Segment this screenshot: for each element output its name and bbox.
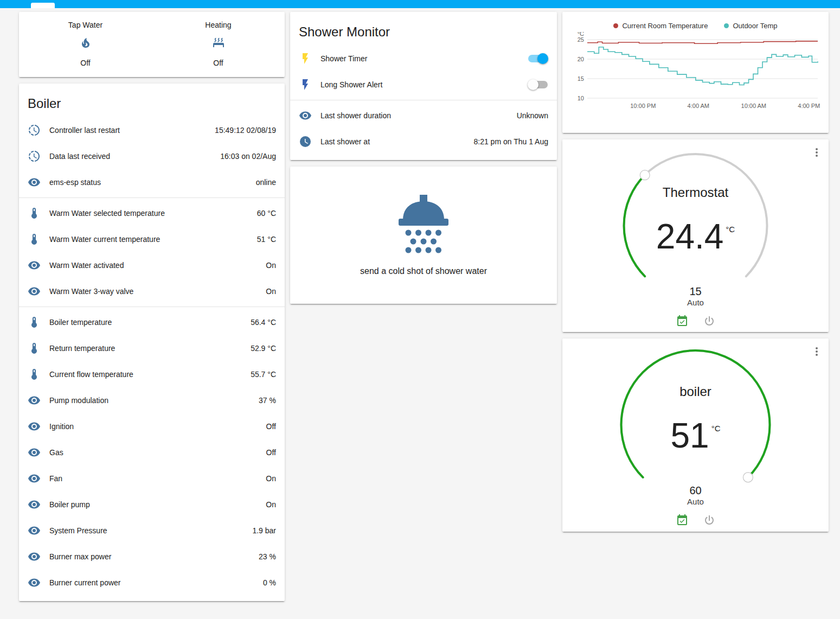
shower-info-list: Last shower durationUnknownLast shower a…: [290, 103, 557, 160]
entity-value: 55.7 °C: [251, 370, 276, 379]
entity-value: Off: [266, 422, 276, 431]
entity-label: Fan: [49, 474, 260, 483]
eye-icon: [28, 524, 41, 537]
fire-icon: [79, 36, 92, 49]
row-icon-wrap: [299, 78, 320, 91]
eye-icon: [28, 550, 41, 563]
row-icon-wrap: [299, 52, 320, 65]
row-icon-wrap: [28, 368, 49, 381]
toggle-long-shower-alert[interactable]: [528, 79, 548, 90]
entity-row-current-flow-temperature[interactable]: Current flow temperature55.7 °C: [19, 361, 285, 387]
entity-label: ems-esp status: [49, 178, 251, 187]
entity-value: 60 °C: [257, 209, 276, 218]
unit-label: °C: [711, 407, 721, 450]
unit-label: °C: [726, 208, 735, 251]
entity-row-burner-current-power[interactable]: Burner current power0 %: [19, 570, 285, 596]
row-icon-wrap: [299, 109, 320, 122]
thermometer-icon: [28, 368, 41, 381]
flash-icon: [299, 78, 312, 91]
current-temperature: 51°C: [562, 414, 829, 466]
thermostat-readout: Thermostat 24.4°C 15 Auto: [562, 139, 829, 328]
x-tick-label: 4:00 AM: [688, 103, 709, 109]
y-tick-label: 20: [578, 56, 584, 62]
entity-row-controller-last-restart[interactable]: Controller last restart15:49:12 02/08/19: [19, 117, 285, 143]
entity-row-boiler-temperature[interactable]: Boiler temperature56.4 °C: [19, 309, 285, 335]
entity-row-last-shower-at[interactable]: Last shower at8:21 pm on Thu 1 Aug: [290, 129, 557, 155]
row-icon-wrap: [28, 394, 49, 407]
y-axis-unit: °C: [578, 32, 584, 37]
boiler-card-title: Boiler: [19, 84, 285, 117]
entity-label: Return temperature: [49, 344, 245, 353]
entity-row-long-shower-alert[interactable]: Long Shower Alert: [290, 72, 557, 98]
entity-value: On: [266, 500, 276, 509]
entity-value: Off: [266, 448, 276, 457]
eye-icon: [28, 446, 41, 459]
history-graph-card: Current Room TemperatureOutdoor Temp 252…: [562, 12, 829, 133]
shower-action-card[interactable]: send a cold shot of shower water: [290, 167, 557, 304]
toggle-knob: [537, 53, 548, 64]
entity-row-pump-modulation[interactable]: Pump modulation37 %: [19, 387, 285, 413]
calendar-sync-button[interactable]: [675, 314, 689, 328]
eye-icon: [28, 259, 41, 272]
entity-row-return-temperature[interactable]: Return temperature52.9 °C: [19, 335, 285, 361]
eye-icon: [28, 576, 41, 589]
entity-label: Pump modulation: [49, 396, 253, 405]
toggle-shower-timer[interactable]: [528, 53, 548, 64]
shower-monitor-card: Shower Monitor Shower TimerLong Shower A…: [290, 12, 557, 160]
x-tick-label: 10:00 AM: [741, 103, 766, 109]
entity-row-warm-water-selected-temperature[interactable]: Warm Water selected temperature60 °C: [19, 200, 285, 226]
entity-label: Shower Timer: [320, 54, 522, 63]
card-menu-button[interactable]: [808, 343, 825, 360]
boiler-readout: boiler 51°C 60 Auto: [562, 339, 829, 527]
entity-row-data-last-received[interactable]: Data last received16:03 on 02/Aug: [19, 143, 285, 169]
entity-row-fan[interactable]: FanOn: [19, 465, 285, 492]
shower-icon: [390, 195, 457, 254]
eye-icon: [28, 285, 41, 298]
row-icon-wrap: [299, 135, 320, 148]
glance-item-tap-water[interactable]: Tap Water Off: [19, 21, 152, 67]
entity-row-warm-water-current-temperature[interactable]: Warm Water current temperature51 °C: [19, 226, 285, 252]
glance-item-heating[interactable]: Heating Off: [152, 21, 285, 67]
top-app-bar: [0, 0, 840, 8]
flash-icon: [299, 52, 312, 65]
entity-row-gas[interactable]: GasOff: [19, 439, 285, 465]
dots-vertical-icon: [810, 146, 823, 159]
progress-clock-icon: [28, 124, 41, 137]
entity-row-warm-water-activated[interactable]: Warm Water activatedOn: [19, 252, 285, 278]
entity-row-warm-water-3-way-valve[interactable]: Warm Water 3-way valveOn: [19, 278, 285, 304]
series-current-room-temperature: [587, 41, 818, 43]
legend-label: Current Room Temperature: [622, 22, 708, 30]
entity-label: Boiler temperature: [49, 318, 245, 327]
entity-row-last-shower-duration[interactable]: Last shower durationUnknown: [290, 103, 557, 129]
entity-value: 16:03 on 02/Aug: [220, 152, 276, 161]
entity-value: 23 %: [259, 552, 276, 561]
card-menu-button[interactable]: [808, 144, 825, 161]
dial-actions: [562, 513, 829, 527]
target-temperature: 60: [562, 484, 829, 497]
power-button[interactable]: [702, 513, 716, 527]
right-column: Current Room TemperatureOutdoor Temp 252…: [562, 12, 829, 532]
entity-row-burner-max-power[interactable]: Burner max power23 %: [19, 544, 285, 570]
calendar-sync-button[interactable]: [675, 513, 689, 527]
entity-row-boiler-pump[interactable]: Boiler pumpOn: [19, 492, 285, 518]
entity-value: 51 °C: [257, 235, 276, 244]
entity-row-ignition[interactable]: IgnitionOff: [19, 413, 285, 439]
target-temperature: 15: [562, 285, 829, 298]
entity-value: online: [256, 178, 276, 187]
entity-row-system-pressure[interactable]: System Pressure1.9 bar: [19, 518, 285, 544]
entity-value: On: [266, 261, 276, 270]
entity-row-ems-esp-status[interactable]: ems-esp statusonline: [19, 169, 285, 195]
dots-vertical-icon: [810, 345, 823, 358]
divider: [19, 307, 285, 307]
entity-label: Warm Water activated: [49, 261, 260, 270]
entity-label: Warm Water selected temperature: [49, 209, 252, 218]
entity-row-shower-timer[interactable]: Shower Timer: [290, 46, 557, 72]
shower-toggle-list: Shower TimerLong Shower Alert: [290, 46, 557, 98]
calendar-sync-icon: [676, 514, 689, 527]
row-icon-wrap: [28, 233, 49, 246]
row-icon-wrap: [28, 150, 49, 163]
x-tick-label: 10:00 PM: [630, 103, 656, 109]
entity-value: Unknown: [517, 111, 548, 120]
power-button[interactable]: [702, 314, 716, 328]
hvac-mode: Auto: [562, 298, 829, 308]
